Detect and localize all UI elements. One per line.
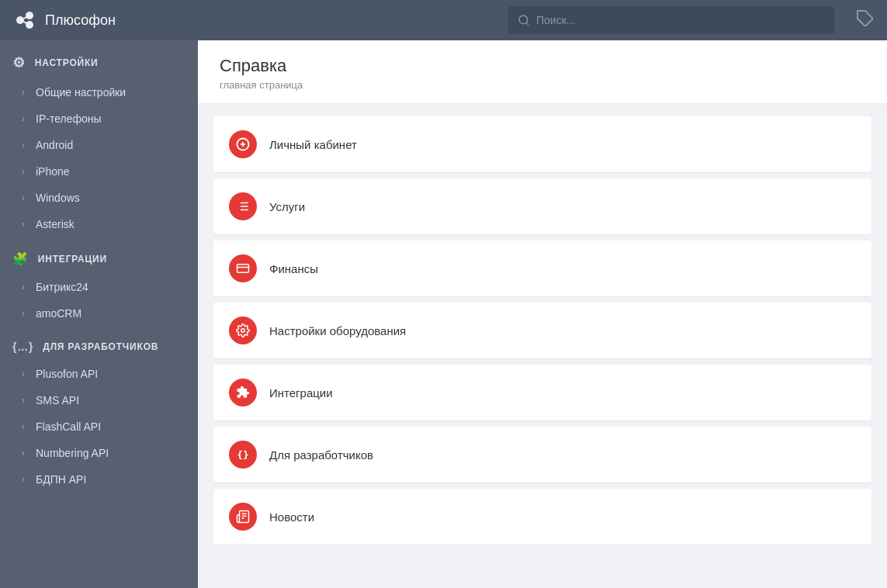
card-label-news: Новости	[269, 510, 314, 524]
sidebar-item-label: Numbering API	[36, 447, 109, 459]
sidebar-item-plusofon-api[interactable]: › Plusofon API	[0, 361, 198, 387]
developers-section-icon: {…}	[12, 341, 33, 353]
card-icon-developers: {}	[229, 441, 257, 469]
content-area: Справка главная страница Личный кабинет	[198, 40, 887, 588]
card-icon-integrations	[229, 379, 257, 406]
chevron-icon: ›	[22, 395, 25, 406]
svg-line-6	[526, 22, 528, 25]
sidebar-item-bdpn-api[interactable]: › БДПН API	[0, 466, 198, 493]
chevron-icon: ›	[22, 308, 25, 319]
card-label-integrations: Интеграции	[269, 386, 333, 399]
card-developers[interactable]: {} Для разработчиков	[213, 427, 871, 483]
search-input-wrap[interactable]	[508, 6, 834, 34]
sidebar-item-label: Asterisk	[36, 218, 74, 230]
svg-point-1	[26, 12, 33, 19]
sidebar-item-label: Android	[36, 139, 73, 151]
card-label-equipment-settings: Настройки оборудования	[269, 324, 406, 337]
search-bar	[508, 6, 834, 34]
sidebar-item-label: IP-телефоны	[36, 112, 102, 125]
sidebar-item-label: SMS API	[36, 394, 79, 406]
sidebar-item-ip-phones[interactable]: › IP-телефоны	[0, 105, 198, 132]
chevron-icon: ›	[22, 87, 25, 98]
svg-line-3	[24, 17, 27, 19]
svg-point-2	[26, 21, 33, 29]
chevron-icon: ›	[22, 448, 25, 458]
content-header: Справка главная страница	[198, 40, 887, 104]
sidebar-item-label: Битрикс24	[36, 281, 88, 293]
sidebar-item-amocrm[interactable]: › amoCRM	[0, 300, 198, 327]
header: Плюсофон	[0, 0, 887, 40]
sidebar-item-sms-api[interactable]: › SMS API	[0, 387, 198, 413]
sidebar-item-android[interactable]: › Android	[0, 132, 198, 158]
page-title: Справка	[220, 56, 865, 76]
sidebar-item-label: amoCRM	[36, 307, 81, 320]
sidebar-section-integrations: 🧩 ИНТЕГРАЦИИ	[0, 237, 198, 274]
sidebar-item-general[interactable]: › Общие настройки	[0, 79, 198, 105]
svg-point-5	[519, 16, 528, 24]
card-label-developers: Для разработчиков	[269, 448, 373, 462]
sidebar-item-bitrix24[interactable]: › Битрикс24	[0, 274, 198, 300]
sidebar-item-iphone[interactable]: › iPhone	[0, 158, 198, 185]
chevron-icon: ›	[22, 474, 25, 485]
page-subtitle: главная страница	[220, 79, 865, 91]
svg-rect-17	[237, 265, 249, 273]
sidebar-item-label: Windows	[36, 192, 80, 204]
chevron-icon: ›	[22, 192, 25, 203]
chevron-icon: ›	[22, 219, 25, 230]
integrations-section-label: ИНТЕГРАЦИИ	[38, 254, 107, 265]
card-finances[interactable]: Финансы	[213, 240, 871, 296]
card-label-finances: Финансы	[269, 262, 318, 275]
sidebar-section-developers: {…} ДЛЯ РАЗРАБОТЧИКОВ	[0, 327, 198, 361]
tag-icon[interactable]	[856, 9, 875, 32]
developers-section-label: ДЛЯ РАЗРАБОТЧИКОВ	[43, 341, 158, 352]
sidebar-item-windows[interactable]: › Windows	[0, 185, 198, 211]
card-label-services: Услуги	[269, 200, 305, 213]
sidebar-item-label: Общие настройки	[36, 86, 126, 99]
chevron-icon: ›	[22, 166, 25, 177]
search-icon	[518, 14, 530, 26]
sidebar: ⚙ НАСТРОЙКИ › Общие настройки › IP-телеф…	[0, 40, 198, 588]
card-icon-news	[229, 503, 257, 531]
card-icon-services	[229, 192, 257, 220]
sidebar-item-flashcall-api[interactable]: › FlashCall API	[0, 413, 198, 440]
chevron-icon: ›	[22, 368, 25, 379]
chevron-icon: ›	[22, 282, 25, 292]
chevron-icon: ›	[22, 421, 25, 432]
content-body: Личный кабинет Услуги	[198, 104, 887, 557]
sidebar-item-numbering-api[interactable]: › Numbering API	[0, 440, 198, 466]
card-icon-personal-account	[229, 130, 257, 158]
chevron-icon: ›	[22, 113, 25, 124]
app-logo: Плюсофон	[12, 8, 116, 33]
settings-section-icon: ⚙	[12, 54, 26, 71]
card-integrations[interactable]: Интеграции	[213, 365, 871, 420]
logo-icon	[12, 8, 37, 33]
chevron-icon: ›	[22, 140, 25, 150]
svg-point-0	[16, 16, 24, 24]
card-icon-equipment-settings	[229, 316, 257, 344]
card-icon-finances	[229, 254, 257, 282]
app-name: Плюсофон	[45, 12, 116, 29]
sidebar-item-label: FlashCall API	[36, 420, 101, 433]
svg-point-19	[241, 329, 245, 333]
svg-line-4	[24, 22, 27, 23]
settings-section-label: НАСТРОЙКИ	[35, 57, 99, 68]
sidebar-item-asterisk[interactable]: › Asterisk	[0, 211, 198, 237]
sidebar-item-label: Plusofon API	[36, 368, 98, 380]
main-layout: ⚙ НАСТРОЙКИ › Общие настройки › IP-телеф…	[0, 40, 887, 588]
card-personal-account[interactable]: Личный кабинет	[213, 116, 871, 172]
sidebar-item-label: iPhone	[36, 165, 70, 178]
card-news[interactable]: Новости	[213, 489, 871, 545]
integrations-section-icon: 🧩	[12, 251, 29, 266]
sidebar-section-settings: ⚙ НАСТРОЙКИ	[0, 40, 198, 79]
card-services[interactable]: Услуги	[213, 178, 871, 234]
card-equipment-settings[interactable]: Настройки оборудования	[213, 303, 871, 358]
search-input[interactable]	[536, 14, 825, 26]
card-label-personal-account: Личный кабинет	[269, 138, 357, 151]
sidebar-item-label: БДПН API	[36, 473, 86, 486]
